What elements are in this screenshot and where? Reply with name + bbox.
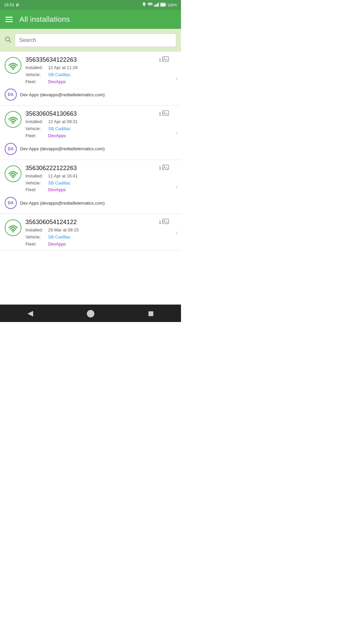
svg-point-14 bbox=[164, 112, 165, 113]
search-bar-container bbox=[0, 29, 181, 52]
back-button[interactable]: ◀ bbox=[23, 307, 37, 320]
battery-icon bbox=[160, 3, 166, 7]
vehicle-link[interactable]: SB Cadillac bbox=[47, 234, 71, 241]
image-badge: 1 bbox=[159, 219, 169, 225]
installed-label: Installed: bbox=[25, 173, 47, 180]
installed-label: Installed: bbox=[25, 64, 47, 71]
app-bar: All installations bbox=[0, 10, 181, 29]
user-email: Dev Apps (devapps@redtailtelematics.com) bbox=[20, 146, 105, 151]
svg-point-11 bbox=[164, 58, 165, 59]
image-icon bbox=[162, 219, 169, 225]
installed-date: 12 Apr at 09:31 bbox=[47, 118, 78, 125]
signal-icon bbox=[154, 3, 159, 7]
recent-apps-button[interactable]: ◼ bbox=[144, 307, 158, 320]
item-top-row: 356306054130663 Installed: 12 Apr at 09:… bbox=[5, 110, 176, 139]
parking-icon: P bbox=[16, 3, 19, 8]
fleet-link[interactable]: DevApps bbox=[47, 241, 66, 248]
fleet-link[interactable]: DevApps bbox=[47, 132, 66, 140]
image-count: 1 bbox=[159, 220, 161, 225]
chevron-right-icon: › bbox=[176, 129, 178, 136]
item-user-row: DA Dev Apps (devapps@redtailtelematics.c… bbox=[5, 197, 176, 209]
vehicle-label: Vehicle: bbox=[25, 180, 47, 187]
image-count: 1 bbox=[159, 57, 161, 62]
item-meta: Installed: 12 Apr at 11:26 Vehicle: SB C… bbox=[25, 64, 176, 85]
list-item[interactable]: 356306054124122 Installed: 29 Mar at 09:… bbox=[0, 214, 181, 251]
wifi-status-icon bbox=[5, 57, 21, 74]
bottom-navigation: ◀ ⬤ ◼ bbox=[0, 305, 181, 322]
item-info: 356306054124122 Installed: 29 Mar at 09:… bbox=[25, 219, 176, 248]
installed-label: Installed: bbox=[25, 118, 47, 125]
chevron-right-icon: › bbox=[176, 229, 178, 236]
device-id: 356306054124122 bbox=[25, 219, 176, 226]
item-meta: Installed: 11 Apr at 16:41 Vehicle: SB C… bbox=[25, 173, 176, 194]
image-count: 1 bbox=[159, 165, 161, 170]
svg-rect-2 bbox=[157, 3, 158, 7]
search-input[interactable] bbox=[15, 34, 176, 47]
vehicle-label: Vehicle: bbox=[25, 125, 47, 132]
vehicle-label: Vehicle: bbox=[25, 71, 47, 78]
app-bar-title: All installations bbox=[19, 15, 70, 24]
user-avatar: DA bbox=[5, 89, 17, 101]
image-icon bbox=[162, 110, 169, 117]
svg-rect-6 bbox=[161, 4, 165, 6]
installed-date: 29 Mar at 09:15 bbox=[47, 227, 79, 234]
fleet-label: Fleet: bbox=[25, 241, 47, 248]
svg-point-17 bbox=[164, 166, 165, 167]
list-item[interactable]: 356306054130663 Installed: 12 Apr at 09:… bbox=[0, 106, 181, 160]
installed-date: 12 Apr at 11:26 bbox=[47, 64, 78, 71]
item-info: 356306054130663 Installed: 12 Apr at 09:… bbox=[25, 110, 176, 139]
home-button[interactable]: ⬤ bbox=[84, 307, 97, 320]
user-email: Dev Apps (devapps@redtailtelematics.com) bbox=[20, 201, 105, 206]
fleet-link[interactable]: DevApps bbox=[47, 78, 66, 86]
device-id: 356306054130663 bbox=[25, 110, 176, 117]
svg-point-15 bbox=[12, 177, 14, 178]
image-badge: 1 bbox=[159, 110, 169, 117]
installations-list: 356335634122263 Installed: 12 Apr at 11:… bbox=[0, 52, 181, 306]
battery-percentage: 100% bbox=[168, 3, 177, 7]
svg-rect-5 bbox=[165, 4, 166, 6]
image-badge: 1 bbox=[159, 56, 169, 63]
wifi-status-icon bbox=[5, 111, 21, 128]
fleet-label: Fleet: bbox=[25, 186, 47, 194]
status-bar: 16:53 P 100% bbox=[0, 0, 181, 10]
svg-rect-1 bbox=[156, 4, 157, 7]
chevron-right-icon: › bbox=[176, 75, 178, 82]
item-info: 356335634122263 Installed: 12 Apr at 11:… bbox=[25, 56, 176, 85]
image-badge: 1 bbox=[159, 165, 169, 171]
location-icon bbox=[142, 2, 146, 8]
fleet-label: Fleet: bbox=[25, 78, 47, 86]
item-top-row: 356306054124122 Installed: 29 Mar at 09:… bbox=[5, 219, 176, 248]
user-avatar: DA bbox=[5, 143, 17, 155]
wifi-status-icon bbox=[5, 219, 21, 236]
item-meta: Installed: 29 Mar at 09:15 Vehicle: SB C… bbox=[25, 227, 176, 248]
time-display: 16:53 bbox=[4, 3, 14, 7]
wifi-status-icon bbox=[147, 3, 153, 7]
svg-rect-3 bbox=[158, 3, 159, 7]
search-icon bbox=[5, 36, 11, 45]
wifi-status-icon bbox=[5, 165, 21, 182]
svg-point-9 bbox=[12, 68, 14, 70]
hamburger-menu-button[interactable] bbox=[5, 17, 13, 22]
item-top-row: 356306222122263 Installed: 11 Apr at 16:… bbox=[5, 165, 176, 194]
status-right: 100% bbox=[142, 2, 177, 8]
svg-line-8 bbox=[9, 41, 11, 42]
fleet-link[interactable]: DevApps bbox=[47, 186, 66, 194]
vehicle-link[interactable]: SB Cadillac bbox=[47, 125, 71, 132]
item-top-row: 356335634122263 Installed: 12 Apr at 11:… bbox=[5, 56, 176, 85]
svg-point-20 bbox=[164, 220, 165, 221]
list-item[interactable]: 356335634122263 Installed: 12 Apr at 11:… bbox=[0, 52, 181, 106]
item-user-row: DA Dev Apps (devapps@redtailtelematics.c… bbox=[5, 89, 176, 101]
vehicle-link[interactable]: SB Cadillac bbox=[47, 180, 71, 187]
device-id: 356306222122263 bbox=[25, 165, 176, 172]
status-left: 16:53 P bbox=[4, 3, 19, 8]
vehicle-label: Vehicle: bbox=[25, 234, 47, 241]
item-user-row: DA Dev Apps (devapps@redtailtelematics.c… bbox=[5, 143, 176, 155]
svg-point-18 bbox=[12, 231, 14, 232]
image-icon bbox=[162, 165, 169, 171]
user-email: Dev Apps (devapps@redtailtelematics.com) bbox=[20, 92, 105, 97]
vehicle-link[interactable]: SB Cadillac bbox=[47, 71, 71, 78]
installed-date: 11 Apr at 16:41 bbox=[47, 173, 78, 180]
list-item[interactable]: 356306222122263 Installed: 11 Apr at 16:… bbox=[0, 160, 181, 214]
user-avatar: DA bbox=[5, 197, 17, 209]
fleet-label: Fleet: bbox=[25, 132, 47, 140]
